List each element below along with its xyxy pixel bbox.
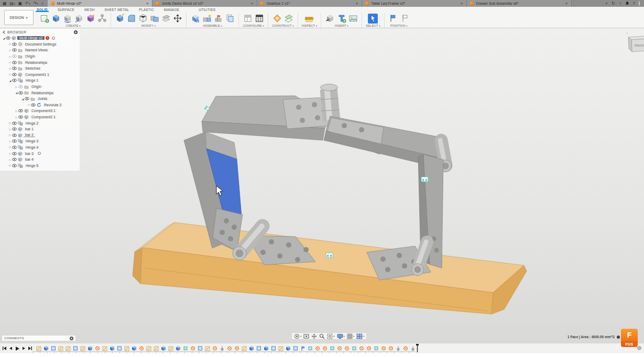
- capture-position-button[interactable]: [388, 14, 398, 24]
- tree-row-hinge-3[interactable]: ▷Hinge 3: [0, 138, 80, 144]
- modify-group-label[interactable]: MODIFY ▾: [141, 24, 156, 27]
- pan-button[interactable]: [311, 333, 318, 339]
- display-settings-button[interactable]: ▾: [336, 333, 345, 339]
- tree-expand-arrow-icon[interactable]: ▷: [8, 121, 12, 125]
- comments-settings-gear-icon[interactable]: [70, 337, 73, 340]
- timeline-feature-flag[interactable]: [300, 345, 305, 352]
- pattern-button[interactable]: [97, 14, 107, 24]
- viewports-button[interactable]: ▾: [356, 333, 365, 339]
- configuration-table-button[interactable]: [254, 14, 264, 24]
- tree-row-hinge-2[interactable]: ▷Hinge 2: [0, 120, 80, 126]
- timeline-feature-extrude[interactable]: [175, 345, 181, 352]
- tree-row-bar-1[interactable]: ▷bar 1: [0, 126, 80, 132]
- offset-face-button[interactable]: [161, 14, 171, 24]
- timeline-playhead[interactable]: [416, 344, 419, 352]
- insert-derive-button[interactable]: [325, 14, 335, 24]
- select-group-label[interactable]: SELECT ▾: [366, 24, 380, 27]
- zoom-button[interactable]: [319, 333, 325, 339]
- timeline-feature-revolute[interactable]: [138, 345, 144, 352]
- tree-row-hinge-1[interactable]: ◢Hinge 1: [0, 77, 80, 84]
- tree-row-sketches[interactable]: ▷Sketches: [0, 65, 80, 72]
- tree-expand-arrow-icon[interactable]: ▷: [8, 49, 12, 52]
- ribbon-tab-sheet-metal[interactable]: SHEET METAL: [104, 8, 130, 12]
- timeline-feature-sketch[interactable]: [65, 345, 71, 352]
- tree-expand-arrow-icon[interactable]: ▷: [8, 61, 12, 64]
- timeline-feature-sketch[interactable]: [204, 345, 210, 352]
- document-tab[interactable]: Table Leg Frame v2*×: [362, 0, 467, 7]
- timeline-feature-ground[interactable]: [395, 345, 401, 352]
- tree-expand-arrow-icon[interactable]: ▷: [27, 103, 31, 106]
- timeline-feature-ground[interactable]: [219, 345, 225, 352]
- new-component-button[interactable]: [190, 14, 200, 24]
- timeline-feature-component[interactable]: [72, 345, 78, 352]
- timeline-feature-component[interactable]: [197, 345, 203, 352]
- combine-button[interactable]: [149, 14, 159, 24]
- step-forward-button[interactable]: [21, 346, 26, 351]
- view-cube[interactable]: ⌂ FRONT: [623, 30, 644, 55]
- redo-icon[interactable]: ↷▾: [33, 2, 38, 6]
- tree-expand-arrow-icon[interactable]: ▷: [8, 133, 12, 137]
- timeline-feature-component[interactable]: [256, 345, 261, 352]
- tree-expand-arrow-icon[interactable]: ▷: [8, 42, 12, 46]
- tree-expand-arrow-icon[interactable]: ▷: [8, 152, 12, 155]
- activate-component-radio[interactable]: [38, 152, 41, 155]
- rigid-group-button[interactable]: [225, 14, 235, 24]
- configuration-button[interactable]: [243, 14, 253, 24]
- visibility-eye-icon[interactable]: [31, 103, 36, 107]
- timeline-feature-ground[interactable]: [410, 345, 416, 352]
- tree-expand-arrow-icon[interactable]: ▷: [8, 146, 12, 149]
- sweep-button[interactable]: [74, 14, 84, 24]
- tree-expand-arrow-icon[interactable]: ▷: [8, 158, 12, 161]
- tree-expand-arrow-icon[interactable]: ▷: [15, 85, 18, 88]
- timeline-feature-revolute[interactable]: [234, 345, 239, 352]
- orbit-button[interactable]: ▾: [293, 333, 302, 339]
- undo-icon[interactable]: ↶▾: [25, 2, 30, 6]
- create-group-label[interactable]: CREATE ▾: [66, 24, 81, 27]
- timeline-feature-extrude[interactable]: [248, 345, 254, 352]
- help-icon[interactable]: ?: [633, 2, 635, 6]
- tree-expand-arrow-icon[interactable]: ▷: [8, 164, 12, 167]
- visibility-eye-icon[interactable]: [12, 164, 17, 168]
- timeline-feature-revolute[interactable]: [212, 345, 217, 352]
- visibility-eye-icon[interactable]: [12, 79, 17, 82]
- primitive-box-button[interactable]: [85, 14, 95, 24]
- visibility-eye-icon[interactable]: [12, 158, 17, 161]
- visibility-eye-icon[interactable]: [12, 54, 17, 58]
- ribbon-tab-solid[interactable]: SOLID: [36, 8, 49, 12]
- save-icon[interactable]: ▣: [18, 2, 23, 6]
- wooden-base[interactable]: [133, 222, 527, 314]
- tree-expand-arrow-icon[interactable]: ▷: [15, 116, 18, 119]
- timeline-feature-revolute[interactable]: [366, 345, 372, 352]
- timeline-feature-revolute[interactable]: [226, 345, 232, 352]
- timeline-feature-revolute[interactable]: [388, 345, 394, 352]
- tree-expand-arrow-icon[interactable]: ▷: [8, 73, 12, 76]
- timeline-feature-joint-origin[interactable]: [373, 345, 379, 352]
- timeline-feature-sketch[interactable]: [241, 345, 247, 352]
- construct-group-label[interactable]: CONSTRUCT ▾: [272, 24, 294, 27]
- timeline-feature-sketch[interactable]: [153, 345, 159, 352]
- tree-row-bar-2[interactable]: ▷bar 2: [0, 132, 80, 139]
- tree-expand-arrow-icon[interactable]: ▷: [8, 55, 12, 58]
- notifications-bell-icon[interactable]: [625, 1, 629, 6]
- timeline-feature-revolute[interactable]: [402, 345, 408, 352]
- visibility-eye-icon[interactable]: [12, 146, 17, 149]
- hinge-assembly-model[interactable]: [0, 28, 644, 343]
- home-icon[interactable]: ⌂: [41, 2, 44, 6]
- measure-button[interactable]: [304, 14, 314, 24]
- info-dot-icon[interactable]: [617, 336, 620, 339]
- timeline-feature-joint-origin[interactable]: [329, 345, 335, 352]
- tree-row-component3-1[interactable]: ▷Component3 1: [0, 108, 80, 114]
- timeline-feature-joint-origin[interactable]: [351, 345, 357, 352]
- play-button[interactable]: [15, 346, 20, 351]
- visibility-eye-icon[interactable]: [18, 109, 23, 113]
- timeline-feature-extrude[interactable]: [285, 345, 291, 352]
- timeline-feature-sketch[interactable]: [146, 345, 151, 352]
- move-copy-button[interactable]: [172, 14, 182, 24]
- construct-plane-button[interactable]: [272, 14, 282, 24]
- document-tab[interactable]: Multi Hinge v2*×: [48, 0, 152, 7]
- timeline-feature-sketch[interactable]: [58, 345, 63, 352]
- timeline-feature-sketch[interactable]: [80, 345, 85, 352]
- position-group-label[interactable]: POSITION ▾: [390, 24, 408, 27]
- visibility-eye-icon[interactable]: [18, 85, 23, 88]
- tree-row-bar-3[interactable]: ▷bar 3: [0, 150, 80, 157]
